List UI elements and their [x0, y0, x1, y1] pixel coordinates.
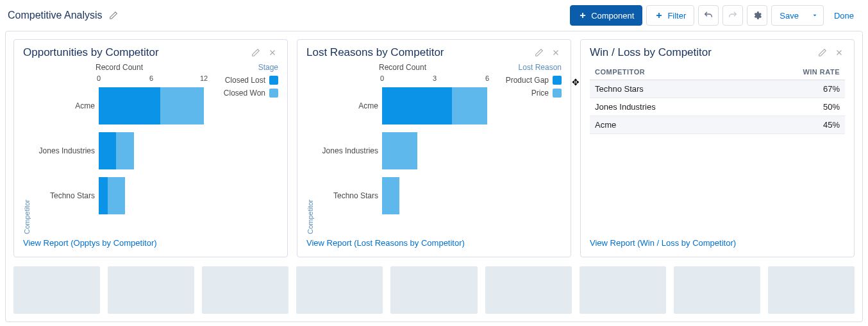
legend-swatch [269, 76, 278, 85]
dashboard-board: Opportunities by Competitor Competitor R… [5, 31, 863, 322]
x-tick: 6 [149, 74, 153, 82]
card-lost-reasons[interactable]: Lost Reasons by Competitor Competitor Re… [297, 39, 571, 257]
legend-label: Closed Lost [225, 76, 265, 85]
table-row: Techno Stars 67% [590, 80, 845, 98]
close-icon [268, 48, 277, 57]
card-body: COMPETITOR WIN RATE Techno Stars 67% Jon… [590, 59, 845, 234]
bar-segment-closed-lost [99, 177, 108, 214]
view-report-link[interactable]: View Report (Opptys by Competitor) [23, 238, 278, 248]
cell-competitor: Jones Industries [590, 98, 743, 116]
gear-icon [752, 10, 762, 21]
card-body: Competitor Record Count 0 3 6 Acme [306, 59, 562, 234]
move-icon: ✥ [572, 77, 580, 87]
settings-button[interactable] [747, 5, 767, 26]
card-head: Win / Loss by Competitor [590, 46, 845, 59]
bar-segment-closed-won [160, 87, 204, 124]
pencil-icon [109, 11, 118, 20]
y-axis-label: Competitor [23, 174, 31, 234]
legend: Stage Closed Lost Closed Won [208, 63, 278, 234]
pencil-icon [535, 48, 544, 57]
legend-title: Stage [208, 63, 278, 72]
cell-competitor: Acme [590, 116, 743, 134]
x-tick: 0 [97, 74, 101, 82]
page-title: Competitive Analysis [8, 10, 103, 21]
bar-segment-price [382, 132, 417, 169]
bars: Acme Jones Industries [35, 83, 204, 218]
bar-row: Techno Stars [35, 173, 204, 218]
bar-label: Jones Industries [35, 146, 99, 155]
legend-swatch [553, 76, 562, 85]
bar-row: Acme [35, 83, 204, 128]
empty-slot[interactable] [390, 266, 477, 314]
table-header-competitor: COMPETITOR [590, 64, 743, 80]
cell-winrate: 50% [743, 98, 845, 116]
x-tick: 12 [200, 74, 208, 82]
legend-title: Lost Reason [491, 63, 562, 72]
empty-slot[interactable] [202, 266, 288, 314]
bars: Acme Jones Industries [318, 83, 487, 218]
save-label: Save [780, 11, 799, 21]
chevron-down-icon [812, 12, 818, 19]
card-body: Competitor Record Count 0 6 12 Acme [23, 59, 278, 234]
legend-label: Product Gap [506, 76, 549, 85]
add-component-label: Component [591, 11, 634, 21]
card-win-loss[interactable]: ✥ Win / Loss by Competitor COMPETITOR WI… [580, 39, 855, 257]
close-icon [551, 48, 560, 57]
done-link[interactable]: Done [828, 11, 860, 21]
empty-slot[interactable] [485, 266, 572, 314]
card-edit-button[interactable] [533, 47, 545, 58]
empty-slot[interactable] [768, 266, 855, 314]
card-title: Lost Reasons by Competitor [306, 46, 528, 59]
card-close-button[interactable] [267, 47, 278, 58]
chart-lost-reasons: Competitor Record Count 0 3 6 Acme [306, 59, 562, 234]
card-head: Lost Reasons by Competitor [306, 46, 562, 59]
close-icon [835, 48, 844, 57]
empty-slot[interactable] [108, 266, 194, 314]
empty-slot[interactable] [674, 266, 760, 314]
empty-slot[interactable] [296, 266, 383, 314]
legend-item: Closed Won [208, 89, 278, 98]
add-component-button[interactable]: Component [570, 5, 642, 26]
x-tick: 3 [433, 74, 437, 82]
legend-swatch [269, 89, 278, 98]
card-opportunities[interactable]: Opportunities by Competitor Competitor R… [13, 39, 288, 257]
card-close-button[interactable] [833, 47, 845, 58]
legend-item: Product Gap [491, 76, 562, 85]
view-report-link[interactable]: View Report (Lost Reasons by Competitor) [306, 238, 562, 248]
x-tick: 6 [485, 74, 489, 82]
edit-title-button[interactable] [108, 10, 119, 21]
empty-slot[interactable] [580, 266, 666, 314]
redo-button[interactable] [722, 5, 743, 26]
plot-col: Record Count 0 3 6 Acme [318, 63, 487, 234]
table-row: Jones Industries 50% [590, 98, 845, 116]
view-report-link[interactable]: View Report (Win / Loss by Competitor) [590, 238, 845, 248]
x-ticks: 0 6 12 [99, 74, 204, 83]
save-button[interactable]: Save [771, 5, 807, 26]
bar-segment-closed-won [116, 132, 133, 169]
empty-slot[interactable] [13, 266, 100, 314]
legend: Lost Reason Product Gap Price [491, 63, 562, 234]
bar-segment-closed-lost [99, 87, 160, 124]
plus-icon [655, 11, 664, 20]
card-close-button[interactable] [550, 47, 562, 58]
card-edit-button[interactable] [817, 47, 828, 58]
legend-item: Price [491, 89, 562, 98]
bar-area [382, 87, 487, 124]
bar-area [382, 177, 487, 214]
chart-opportunities: Competitor Record Count 0 6 12 Acme [23, 59, 278, 234]
legend-label: Price [531, 89, 549, 98]
redo-icon [728, 10, 738, 21]
save-menu-button[interactable] [806, 5, 824, 26]
legend-item: Closed Lost [208, 76, 278, 85]
y-axis-label: Competitor [306, 174, 314, 234]
add-filter-button[interactable]: Filter [646, 5, 694, 26]
undo-button[interactable] [698, 5, 719, 26]
bar-row: Techno Stars [318, 173, 487, 218]
win-loss-table: COMPETITOR WIN RATE Techno Stars 67% Jon… [590, 64, 845, 134]
card-edit-button[interactable] [250, 47, 262, 58]
card-title: Opportunities by Competitor [23, 46, 245, 59]
table-row: Acme 45% [590, 116, 845, 134]
plot-col: Record Count 0 6 12 Acme [35, 63, 204, 234]
title-wrap: Competitive Analysis [8, 10, 566, 21]
bar-segment-product-gap [382, 87, 452, 124]
